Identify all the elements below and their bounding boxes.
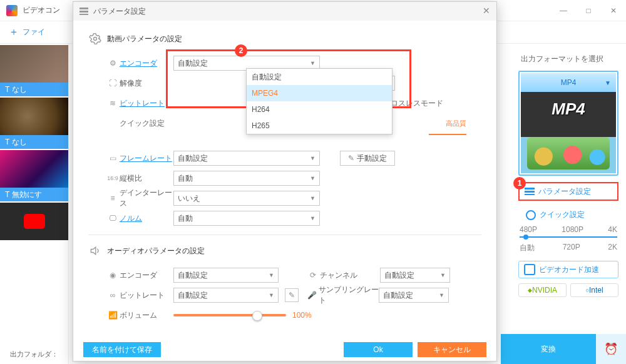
norm-label[interactable]: ノルム [120, 213, 173, 224]
gpu-accel-button[interactable]: ビデオカード加速 [518, 261, 618, 278]
aspect-label: 縦横比 [120, 173, 173, 184]
encoder-option-mpeg4[interactable]: MPEG4 [247, 85, 392, 101]
thumbnail[interactable] [0, 203, 68, 240]
sampling-label: サンプリングレート [319, 285, 379, 306]
gpu-logos: ◆ NVIDIA ○ Intel [518, 283, 618, 297]
close-icon[interactable]: ✕ [483, 6, 490, 16]
encoder-icon: ⚙ [106, 59, 120, 68]
encoder-option-h264[interactable]: H264 [247, 101, 392, 118]
convert-bar: 変換 ⏰ [501, 334, 626, 364]
sliders-icon [525, 188, 535, 195]
close-icon[interactable]: ✕ [601, 6, 626, 15]
quality-slider[interactable] [429, 134, 466, 135]
deinterlace-icon: ≡ [106, 194, 120, 203]
audio-encoder-select[interactable]: 自動設定▼ [173, 268, 279, 283]
video-section-header: 動画パラメータの設定 [88, 32, 481, 46]
output-card[interactable]: MP4▼ MP4 [518, 71, 618, 176]
audio-encoder-label: エンコーダ [120, 270, 173, 281]
volume-label: ボリューム [120, 310, 173, 321]
thumbnail[interactable] [0, 45, 68, 83]
channel-icon: ⟳ [306, 271, 320, 280]
quick-label: クイック設定 [120, 118, 173, 129]
intel-logo-icon: ○ Intel [570, 283, 618, 297]
audio-bitrate-select[interactable]: 自動設定▼ [173, 288, 279, 303]
norm-icon: 🖵 [106, 214, 120, 223]
channel-label: チャンネル [320, 270, 380, 281]
framerate-label[interactable]: フレームレート [120, 153, 173, 164]
minimize-icon[interactable]: — [551, 6, 576, 15]
output-folder-label: 出力フォルダ： [10, 350, 58, 359]
audio-bitrate-icon: ∞ [106, 291, 120, 300]
audio-section-header: オーディオパラメータの設定 [88, 244, 481, 258]
volume-slider[interactable] [173, 314, 286, 316]
quick-settings-label[interactable]: クイック設定 [518, 210, 618, 220]
channel-select[interactable]: 自動設定▼ [380, 268, 450, 283]
volume-value: 100% [292, 311, 312, 320]
encoder-option-auto[interactable]: 自動設定 [247, 69, 392, 85]
add-file-label[interactable]: ファイ [23, 27, 45, 38]
alarm-icon[interactable]: ⏰ [596, 334, 626, 364]
subtitle-tag[interactable]: T無効にす [0, 188, 68, 201]
resolution-icon: ⛶ [106, 79, 120, 88]
ok-button[interactable]: Ok [344, 342, 413, 357]
cancel-button[interactable]: キャンセル [418, 342, 486, 357]
sampling-select[interactable]: 自動設定▼ [379, 288, 449, 303]
volume-icon: 📶 [106, 311, 120, 320]
output-preview: MP4 [521, 92, 616, 173]
sliders-icon [80, 8, 88, 15]
res-slider[interactable] [520, 236, 617, 238]
nvidia-logo-icon: ◆ NVIDIA [518, 283, 567, 297]
audio-encoder-icon: ◉ [106, 271, 120, 280]
aspect-icon: 16:9 [106, 175, 120, 181]
encoder-option-h265[interactable]: H265 [247, 118, 392, 134]
deinterlace-select[interactable]: いいえ▼ [173, 191, 320, 206]
audio-bitrate-label: ビットレート [120, 290, 173, 301]
framerate-select[interactable]: 自動設定▼ [173, 151, 320, 166]
chevron-down-icon: ▼ [310, 60, 316, 66]
deinterlace-label: デインターレース [120, 188, 173, 209]
encoder-label[interactable]: エンコーダ [120, 58, 173, 69]
subtitle-tag[interactable]: Tなし [0, 135, 68, 149]
thumbnail[interactable] [0, 98, 68, 135]
gear-icon [88, 32, 102, 46]
bitrate-icon: ≋ [106, 99, 120, 108]
encoder-dropdown[interactable]: 自動設定 MPEG4 H264 H265 [246, 68, 393, 134]
thumbnail[interactable] [0, 150, 68, 188]
dialog-footer: 名前を付けて保存 Ok キャンセル [73, 338, 496, 361]
res-slider-top: 480P1080P4K [518, 225, 618, 234]
param-settings-button[interactable]: 1 パラメータ設定 [518, 182, 618, 201]
output-title: 出力フォーマットを選択 [521, 54, 618, 64]
quality-label: 高品質 [446, 119, 481, 128]
thumbnail-list: Tなし Tなし T無効にす [0, 44, 69, 364]
sampling-icon: 🎤 [305, 291, 319, 300]
output-panel: 出力フォーマットを選択 MP4▼ MP4 1 パラメータ設定 クイック設定 48… [518, 54, 618, 297]
param-dialog: パラメータ設定 ✕ 動画パラメータの設定 ⚙ エンコーダ 自動設定▼ ⛶ 解像度… [73, 1, 497, 361]
save-as-button[interactable]: 名前を付けて保存 [83, 342, 161, 357]
dialog-title: パラメータ設定 [93, 6, 146, 17]
callout-badge-2: 2 [235, 44, 247, 57]
bitrate-label[interactable]: ビットレート [120, 98, 173, 109]
main-title: ビデオコン [23, 5, 60, 16]
output-format-select[interactable]: MP4▼ [521, 73, 616, 92]
chevron-down-icon: ▼ [605, 79, 611, 86]
callout-badge-1: 1 [513, 177, 526, 190]
edit-bitrate-button[interactable]: ✎ [285, 288, 299, 302]
app-logo-icon [6, 5, 18, 16]
resolution-label: 解像度 [120, 78, 173, 89]
svg-point-0 [94, 38, 97, 41]
framerate-icon: ▭ [106, 154, 120, 163]
manual-framerate-button[interactable]: 手動設定 [340, 151, 395, 166]
plus-icon[interactable]: ＋ [9, 26, 19, 39]
dialog-titlebar: パラメータ設定 ✕ [73, 2, 496, 21]
aspect-select[interactable]: 自動▼ [173, 171, 320, 186]
subtitle-tag[interactable]: Tなし [0, 83, 68, 96]
res-slider-bottom: 自動720P2K [518, 243, 618, 253]
maximize-icon[interactable]: □ [576, 6, 601, 15]
convert-button[interactable]: 変換 [501, 334, 596, 364]
norm-select[interactable]: 自動▼ [173, 211, 320, 226]
speaker-icon [88, 244, 102, 258]
